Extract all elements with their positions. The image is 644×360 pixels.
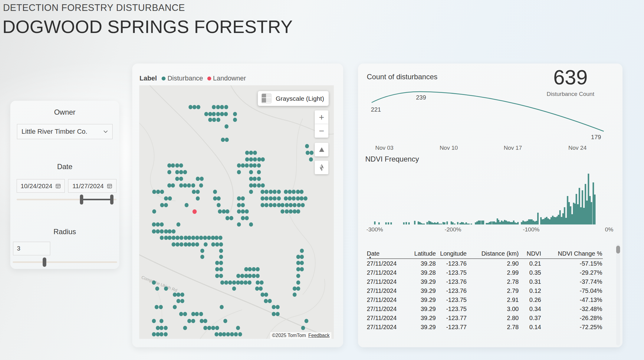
- disturbance-dot[interactable]: [216, 112, 220, 116]
- disturbance-dot[interactable]: [281, 203, 284, 207]
- disturbance-dot[interactable]: [277, 196, 281, 201]
- histogram-bar[interactable]: [479, 221, 481, 224]
- disturbance-dot[interactable]: [168, 196, 172, 201]
- date-end-input[interactable]: 11/27/2024: [68, 179, 117, 193]
- disturbance-dot[interactable]: [264, 203, 268, 207]
- disturbance-dot[interactable]: [167, 170, 171, 174]
- disturbance-dot[interactable]: [240, 274, 244, 278]
- disturbance-dot[interactable]: [228, 280, 232, 285]
- radius-slider-track[interactable]: [13, 261, 117, 263]
- disturbance-dot[interactable]: [232, 280, 236, 285]
- table-header-cell[interactable]: NDVI: [519, 250, 541, 257]
- landowner-dot[interactable]: [192, 209, 197, 214]
- histogram-bar[interactable]: [457, 222, 458, 224]
- disturbance-dot[interactable]: [309, 157, 313, 162]
- disturbance-dot[interactable]: [222, 209, 226, 214]
- disturbance-dot[interactable]: [273, 196, 277, 201]
- disturbance-dot[interactable]: [284, 196, 288, 201]
- disturbance-dot[interactable]: [236, 274, 240, 278]
- disturbance-dot[interactable]: [173, 305, 177, 309]
- radius-input[interactable]: 3: [13, 242, 50, 255]
- disturbance-dot[interactable]: [187, 183, 191, 188]
- disturbance-dot[interactable]: [296, 196, 300, 201]
- zoom-in-button[interactable]: +: [315, 110, 328, 124]
- disturbance-dot[interactable]: [241, 203, 245, 207]
- date-slider-handle-start[interactable]: [80, 195, 83, 205]
- disturbance-dot[interactable]: [289, 203, 293, 207]
- disturbance-dot[interactable]: [189, 105, 192, 109]
- table-row[interactable]: 27/11/202439.29-123.762.780.31-37.74%: [367, 277, 603, 286]
- disturbance-dot[interactable]: [249, 222, 253, 227]
- disturbance-dot[interactable]: [249, 163, 253, 168]
- histogram-bar[interactable]: [426, 222, 428, 224]
- histogram-bar[interactable]: [586, 201, 588, 224]
- disturbance-dot[interactable]: [269, 190, 273, 194]
- pitch-button[interactable]: [315, 143, 328, 156]
- disturbance-dot[interactable]: [164, 203, 168, 207]
- disturbance-dot[interactable]: [257, 163, 261, 168]
- disturbance-dot[interactable]: [164, 332, 168, 336]
- disturbance-dot[interactable]: [208, 112, 212, 116]
- disturbance-dot[interactable]: [199, 312, 203, 316]
- disturbance-dot[interactable]: [277, 203, 281, 207]
- disturbance-dot[interactable]: [264, 190, 268, 194]
- disturbance-line-chart[interactable]: 221239179 Nov 03Nov 10Nov 17Nov 24: [367, 88, 614, 148]
- disturbance-dot[interactable]: [241, 196, 245, 201]
- table-header-cell[interactable]: NDVI Change %: [541, 250, 602, 257]
- table-scrollbar[interactable]: [616, 244, 620, 345]
- disturbance-dot[interactable]: [261, 293, 264, 297]
- disturbance-dot[interactable]: [249, 190, 253, 194]
- disturbance-dot[interactable]: [234, 332, 238, 336]
- legend-item-landowner[interactable]: Landowner: [207, 74, 246, 82]
- disturbance-dot[interactable]: [167, 163, 171, 168]
- disturbance-dot[interactable]: [292, 196, 296, 201]
- disturbance-dot[interactable]: [306, 151, 310, 155]
- disturbance-dot[interactable]: [249, 170, 253, 174]
- disturbance-dot[interactable]: [273, 203, 277, 207]
- disturbance-dot[interactable]: [238, 332, 242, 336]
- disturbance-dot[interactable]: [199, 183, 203, 188]
- disturbance-dot[interactable]: [179, 312, 183, 316]
- calendar-icon[interactable]: [55, 183, 61, 189]
- disturbance-dot[interactable]: [184, 242, 188, 247]
- table-row[interactable]: 27/11/202439.28-123.752.990.35-29.27%: [367, 268, 603, 277]
- disturbance-dot[interactable]: [236, 326, 240, 330]
- disturbance-dot[interactable]: [292, 190, 296, 194]
- disturbance-dot[interactable]: [160, 229, 164, 234]
- disturbance-dot[interactable]: [216, 105, 220, 109]
- table-header[interactable]: Date▼LatitudeLongitudeDistance (km)NDVIN…: [367, 249, 603, 259]
- histogram-bar[interactable]: [408, 222, 410, 224]
- disturbance-dot[interactable]: [220, 280, 224, 285]
- disturbance-dot[interactable]: [272, 312, 276, 316]
- disturbance-dot[interactable]: [200, 177, 204, 181]
- histogram-bar[interactable]: [471, 224, 472, 224]
- disturbance-dot[interactable]: [245, 163, 249, 168]
- disturbance-dot[interactable]: [253, 157, 257, 162]
- table-header-cell[interactable]: Distance (km): [467, 250, 519, 257]
- disturbance-dot[interactable]: [196, 190, 200, 194]
- histogram-bar[interactable]: [390, 222, 392, 224]
- table-row[interactable]: 27/11/202439.28-123.762.900.21-57.15%: [367, 259, 603, 268]
- disturbance-dot[interactable]: [220, 112, 224, 116]
- disturbance-dot[interactable]: [236, 280, 240, 285]
- date-slider-handle-end[interactable]: [110, 195, 113, 205]
- disturbance-dot[interactable]: [196, 105, 200, 109]
- disturbance-dot[interactable]: [296, 280, 300, 285]
- disturbance-dot[interactable]: [296, 286, 300, 291]
- histogram-bar[interactable]: [374, 221, 376, 224]
- table-row[interactable]: 27/11/202439.29-123.752.910.26-47.13%: [367, 295, 603, 304]
- histogram-bar[interactable]: [537, 213, 539, 224]
- disturbance-dot[interactable]: [224, 112, 228, 116]
- histogram-bar[interactable]: [444, 222, 445, 224]
- zoom-out-button[interactable]: −: [315, 124, 328, 138]
- disturbance-dot[interactable]: [164, 229, 168, 234]
- disturbance-dot[interactable]: [204, 242, 208, 247]
- disturbance-dot[interactable]: [225, 124, 228, 129]
- disturbance-dot[interactable]: [213, 196, 217, 201]
- disturbance-dot[interactable]: [284, 190, 288, 194]
- disturbance-dot[interactable]: [272, 305, 276, 309]
- disturbance-dot[interactable]: [196, 196, 200, 201]
- disturbance-dot[interactable]: [175, 163, 179, 168]
- histogram-bar[interactable]: [406, 222, 407, 224]
- disturbance-dot[interactable]: [253, 151, 257, 155]
